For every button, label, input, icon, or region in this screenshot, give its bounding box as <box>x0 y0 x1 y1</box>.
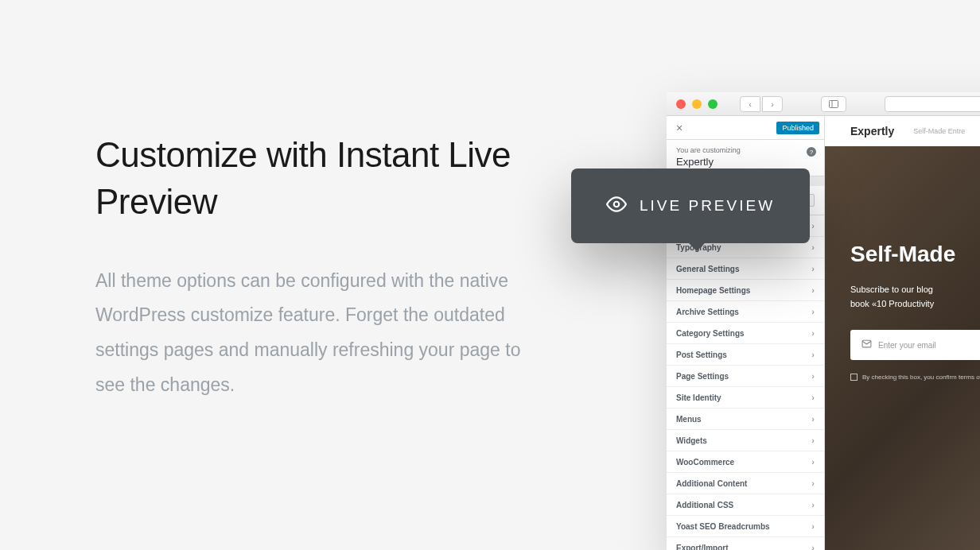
setting-item-identity[interactable]: Site Identity› <box>667 387 824 409</box>
settings-list: Colors› Typography› General Settings› Ho… <box>667 215 824 550</box>
live-preview-label: LIVE PREVIEW <box>640 197 775 215</box>
setting-item-export-import[interactable]: Export/Import› <box>667 537 824 550</box>
help-icon[interactable]: ? <box>807 147 816 157</box>
consent-checkbox-row[interactable]: By checking this box, you confirm terms … <box>850 373 980 382</box>
setting-item-post[interactable]: Post Settings› <box>667 344 824 366</box>
chevron-right-icon: › <box>811 500 815 509</box>
back-button[interactable]: ‹ <box>740 96 760 112</box>
live-preview-callout: LIVE PREVIEW <box>571 168 810 243</box>
chevron-right-icon: › <box>811 285 815 295</box>
chevron-right-icon: › <box>811 350 815 359</box>
chevron-right-icon: › <box>811 307 815 316</box>
page-description: All theme options can be configured with… <box>95 264 541 403</box>
traffic-lights <box>676 99 718 109</box>
hero-title: Self-Made <box>850 242 980 267</box>
chevron-right-icon: › <box>811 371 815 381</box>
setting-label: Export/Import <box>676 544 729 551</box>
setting-label: WooCommerce <box>676 458 734 467</box>
envelope-icon <box>861 338 872 352</box>
setting-label: Archive Settings <box>676 308 739 316</box>
minimize-window-icon[interactable] <box>692 99 702 109</box>
chevron-right-icon: › <box>811 221 815 230</box>
setting-label: General Settings <box>676 265 739 273</box>
chevron-right-icon: › <box>811 264 815 273</box>
maximize-window-icon[interactable] <box>708 99 718 109</box>
publish-status-badge[interactable]: Published <box>776 122 819 134</box>
forward-button[interactable]: › <box>762 96 783 112</box>
chevron-right-icon: › <box>811 521 815 531</box>
setting-item-additional-content[interactable]: Additional Content› <box>667 473 824 494</box>
chevron-right-icon: › <box>811 414 815 424</box>
setting-label: Widgets <box>676 436 707 445</box>
live-preview-pane: Expertly Self-Made Entre Self-Made Subsc… <box>825 116 980 550</box>
chevron-right-icon: › <box>811 543 815 550</box>
preview-site-header: Expertly Self-Made Entre <box>825 116 980 146</box>
email-placeholder: Enter your email <box>878 341 936 350</box>
chevron-right-icon: › <box>811 457 815 467</box>
eye-icon <box>606 194 627 218</box>
svg-rect-1 <box>830 100 838 107</box>
chevron-right-icon: › <box>811 478 815 488</box>
marketing-copy: Customize with Instant Live Preview All … <box>95 131 541 403</box>
page-heading: Customize with Instant Live Preview <box>95 131 541 226</box>
setting-item-additional-css[interactable]: Additional CSS› <box>667 494 824 516</box>
customizing-label: You are customizing <box>676 146 815 154</box>
consent-text: By checking this box, you confirm terms … <box>862 373 980 382</box>
theme-name: Expertly <box>676 156 815 168</box>
setting-label: Menus <box>676 415 702 424</box>
setting-label: Homepage Settings <box>676 286 750 295</box>
setting-label: Category Settings <box>676 329 745 338</box>
close-window-icon[interactable] <box>676 99 686 109</box>
browser-titlebar: ‹ › <box>667 92 980 116</box>
setting-item-archive[interactable]: Archive Settings› <box>667 301 824 323</box>
setting-item-woocommerce[interactable]: WooCommerce› <box>667 451 824 473</box>
chevron-right-icon: › <box>811 393 815 402</box>
hero-section: Self-Made Subscribe to our blog book «10… <box>825 146 980 382</box>
setting-item-category[interactable]: Category Settings› <box>667 323 824 344</box>
setting-label: Yoast SEO Breadcrumbs <box>676 522 770 531</box>
hero-sub-line2: book «10 Productivity <box>850 299 934 308</box>
hero-sub-line1: Subscribe to our blog <box>850 285 933 294</box>
setting-label: Page Settings <box>676 372 729 381</box>
sidebar-toggle-button[interactable] <box>821 96 846 112</box>
chevron-right-icon: › <box>811 242 815 252</box>
checkbox-icon[interactable] <box>850 374 858 381</box>
svg-point-0 <box>614 202 620 207</box>
chevron-right-icon: › <box>811 436 815 445</box>
setting-label: Site Identity <box>676 393 721 402</box>
url-bar[interactable] <box>885 96 980 112</box>
close-customizer-button[interactable]: × <box>671 120 687 136</box>
setting-label: Post Settings <box>676 351 727 359</box>
nav-buttons: ‹ › <box>740 96 783 112</box>
setting-item-page[interactable]: Page Settings› <box>667 366 824 387</box>
setting-label: Additional CSS <box>676 501 733 509</box>
setting-item-homepage[interactable]: Homepage Settings› <box>667 280 824 301</box>
email-input[interactable]: Enter your email <box>850 330 980 360</box>
setting-label: Additional Content <box>676 479 747 488</box>
setting-item-menus[interactable]: Menus› <box>667 409 824 430</box>
site-tagline: Self-Made Entre <box>913 127 965 135</box>
chevron-right-icon: › <box>811 328 815 338</box>
hero-subtitle: Subscribe to our blog book «10 Productiv… <box>850 283 980 311</box>
setting-item-widgets[interactable]: Widgets› <box>667 430 824 451</box>
setting-item-yoast[interactable]: Yoast SEO Breadcrumbs› <box>667 516 824 537</box>
sidebar-top-bar: × Published <box>667 116 824 140</box>
browser-window: ‹ › × Published You are customizing Expe… <box>667 92 980 550</box>
site-brand[interactable]: Expertly <box>850 125 894 138</box>
setting-item-general[interactable]: General Settings› <box>667 258 824 280</box>
